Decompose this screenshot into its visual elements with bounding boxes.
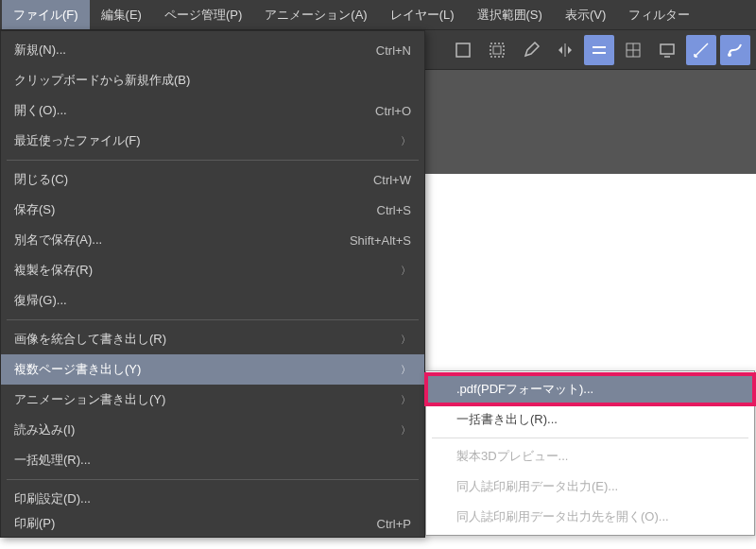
- menu-item-label: 閉じる(C): [14, 171, 354, 188]
- menu-item-label: 複製を保存(R): [14, 262, 401, 279]
- menu-item-label: 開く(O)...: [14, 102, 356, 119]
- toolbar-brush-icon[interactable]: [720, 35, 750, 65]
- menu-view[interactable]: 表示(V): [554, 0, 617, 29]
- menu-item-new-shortcut: Ctrl+N: [376, 43, 411, 58]
- menu-item-save-as[interactable]: 別名で保存(A)... Shift+Alt+S: [1, 225, 424, 255]
- chevron-right-icon: 〉: [401, 264, 411, 278]
- menu-item-label: 印刷設定(D)...: [14, 490, 411, 507]
- file-menu-dropdown: 新規(N)... Ctrl+N クリップボードから新規作成(B) 開く(O)..…: [0, 30, 425, 538]
- menu-item-new[interactable]: 新規(N)... Ctrl+N: [1, 35, 424, 65]
- svg-rect-1: [490, 43, 504, 57]
- menu-layer-label: レイヤー(L): [390, 7, 455, 24]
- menu-item-shortcut: Ctrl+S: [377, 203, 411, 217]
- menu-separator: [7, 160, 419, 161]
- submenu-item-label: 同人誌印刷用データ出力(E)...: [456, 478, 618, 495]
- menu-item-save[interactable]: 保存(S) Ctrl+S: [1, 195, 424, 225]
- svg-rect-2: [493, 46, 501, 54]
- menu-item-label: 一括処理(R)...: [14, 452, 411, 469]
- menu-item-export-flatten[interactable]: 画像を統合して書き出し(R) 〉: [1, 324, 424, 354]
- menubar: ファイル(F) 編集(E) ページ管理(P) アニメーション(A) レイヤー(L…: [0, 0, 756, 30]
- toolbar-frame-icon[interactable]: [448, 35, 478, 65]
- export-multipage-submenu: .pdf(PDFフォーマット)... 一括書き出し(R)... 製本3Dプレビュ…: [425, 370, 755, 536]
- menu-item-recent-files[interactable]: 最近使ったファイル(F) 〉: [1, 126, 424, 156]
- menu-animation[interactable]: アニメーション(A): [253, 0, 378, 29]
- chevron-right-icon: 〉: [401, 134, 411, 148]
- menu-item-revert[interactable]: 復帰(G)...: [1, 285, 424, 316]
- menu-edit[interactable]: 編集(E): [90, 0, 153, 29]
- menu-filter[interactable]: フィルター: [617, 0, 701, 29]
- menu-item-shortcut: Ctrl+W: [373, 173, 411, 187]
- toolbar-grid-active-icon[interactable]: [584, 35, 614, 65]
- submenu-item-pdf[interactable]: .pdf(PDFフォーマット)...: [426, 374, 754, 404]
- svg-rect-0: [456, 43, 470, 57]
- submenu-item-3d-preview: 製本3Dプレビュー...: [426, 441, 754, 472]
- chevron-right-icon: 〉: [401, 393, 411, 407]
- menu-item-export-animation[interactable]: アニメーション書き出し(Y) 〉: [1, 385, 424, 415]
- menu-file[interactable]: ファイル(F): [2, 0, 90, 29]
- menu-item-shortcut: Ctrl+O: [375, 104, 411, 118]
- menu-item-label: クリップボードから新規作成(B): [14, 72, 411, 89]
- svg-point-11: [728, 53, 731, 57]
- toolbar-pen-icon[interactable]: [516, 35, 546, 65]
- menu-item-label: 復帰(G)...: [14, 292, 411, 309]
- menu-item-close[interactable]: 閉じる(C) Ctrl+W: [1, 164, 424, 195]
- menu-file-label: ファイル(F): [13, 7, 78, 24]
- submenu-item-doujin-open-folder: 同人誌印刷用データ出力先を開く(O)...: [426, 502, 754, 532]
- menu-item-label: 印刷(P): [14, 515, 358, 532]
- submenu-separator: [432, 437, 748, 438]
- chevron-right-icon: 〉: [401, 423, 411, 437]
- menu-selection[interactable]: 選択範囲(S): [466, 0, 554, 29]
- menu-item-label: 読み込み(I): [14, 421, 401, 438]
- menu-item-import[interactable]: 読み込み(I) 〉: [1, 415, 424, 445]
- menu-page-label: ページ管理(P): [164, 7, 242, 24]
- submenu-item-label: .pdf(PDFフォーマット)...: [456, 381, 593, 398]
- menu-edit-label: 編集(E): [101, 7, 142, 24]
- menu-item-print[interactable]: 印刷(P) Ctrl+P: [1, 514, 424, 533]
- menu-item-label: 最近使ったファイル(F): [14, 132, 401, 149]
- menu-item-label: 保存(S): [14, 201, 358, 218]
- menu-separator: [7, 319, 419, 320]
- menu-view-label: 表示(V): [565, 7, 606, 24]
- menu-item-new-from-clipboard[interactable]: クリップボードから新規作成(B): [1, 65, 424, 95]
- toolbar-ruler-icon[interactable]: [686, 35, 716, 65]
- toolbar-monitor-icon[interactable]: [652, 35, 682, 65]
- submenu-item-label: 製本3Dプレビュー...: [456, 448, 568, 465]
- menu-item-shortcut: Ctrl+P: [377, 517, 411, 531]
- toolbar-grid-icon[interactable]: [618, 35, 648, 65]
- svg-rect-9: [661, 44, 674, 54]
- menu-item-label: 複数ページ書き出し(Y): [14, 361, 401, 378]
- toolbar-frame-dash-icon[interactable]: [482, 35, 512, 65]
- menu-separator: [7, 479, 419, 480]
- menu-item-export-multipage[interactable]: 複数ページ書き出し(Y) 〉: [1, 354, 424, 385]
- submenu-item-doujin-export: 同人誌印刷用データ出力(E)...: [426, 472, 754, 502]
- menu-item-shortcut: Shift+Alt+S: [350, 233, 411, 248]
- chevron-right-icon: 〉: [401, 333, 411, 347]
- menu-selection-label: 選択範囲(S): [477, 7, 542, 24]
- submenu-item-label: 一括書き出し(R)...: [456, 411, 558, 428]
- submenu-item-batch-export[interactable]: 一括書き出し(R)...: [426, 404, 754, 435]
- chevron-right-icon: 〉: [401, 363, 411, 377]
- menu-item-save-duplicate[interactable]: 複製を保存(R) 〉: [1, 255, 424, 285]
- toolbar-flip-icon[interactable]: [550, 35, 580, 65]
- menu-item-open[interactable]: 開く(O)... Ctrl+O: [1, 95, 424, 126]
- menu-item-new-label: 新規(N)...: [14, 42, 357, 59]
- menu-item-label: 画像を統合して書き出し(R): [14, 331, 401, 348]
- menu-layer[interactable]: レイヤー(L): [379, 0, 466, 29]
- submenu-item-label: 同人誌印刷用データ出力先を開く(O)...: [456, 508, 669, 525]
- menu-filter-label: フィルター: [628, 7, 690, 24]
- menu-item-label: アニメーション書き出し(Y): [14, 391, 401, 408]
- menu-page[interactable]: ページ管理(P): [153, 0, 253, 29]
- menu-animation-label: アニメーション(A): [265, 7, 367, 24]
- menu-item-label: 別名で保存(A)...: [14, 232, 331, 249]
- menu-item-print-settings[interactable]: 印刷設定(D)...: [1, 484, 424, 514]
- menu-item-batch[interactable]: 一括処理(R)...: [1, 445, 424, 475]
